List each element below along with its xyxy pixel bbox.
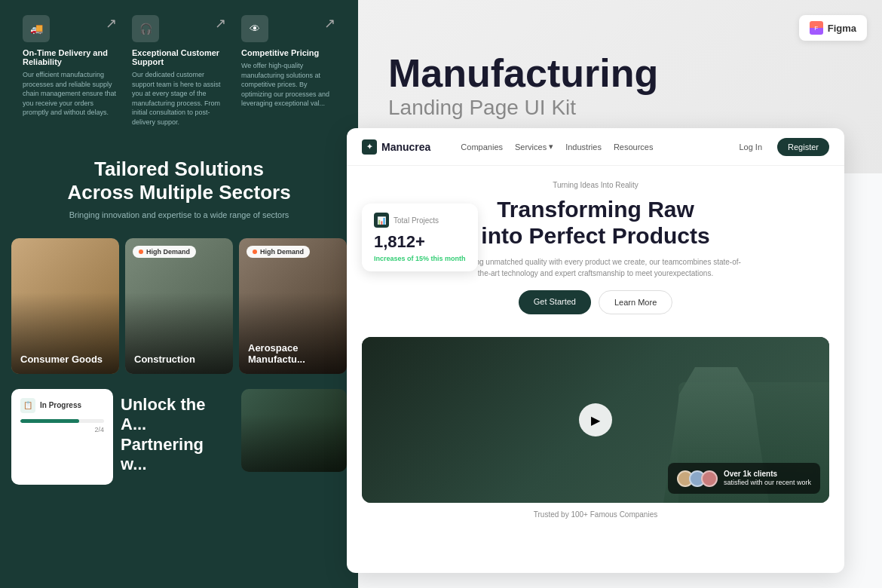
feature-desc: We offer high-quality manufacturing solu… <box>241 61 335 109</box>
right-panel: Manufacturing Landing Page UI Kit F Figm… <box>358 0 882 588</box>
sector-label: Consumer Goods <box>20 354 103 365</box>
nav-links: Companies Services ▾ Industries Resource… <box>461 142 653 152</box>
nav-industries[interactable]: Industries <box>565 142 602 152</box>
feature-title: Exceptional Customer Support <box>132 48 226 66</box>
feature-delivery: 🚚 ↗ On-Time Delivery and Reliability Our… <box>23 15 117 127</box>
feature-title: Competitive Pricing <box>241 48 335 57</box>
bottom-image <box>241 389 347 472</box>
video-section: ▶ Over 1k clients satisfied with our rec… <box>362 337 829 503</box>
trusted-text: Trusted by 100+ Famous Companies <box>534 510 657 519</box>
sectors-title: Tailored SolutionsAcross Multiple Sector… <box>23 158 335 204</box>
hero-buttons: Get Started Learn More <box>366 290 825 314</box>
bottom-heading: Unlock the A...Partnering w... <box>121 395 234 475</box>
landing-overlay: ✦ Manucrea Companies Services ▾ Industri… <box>347 128 844 573</box>
learn-more-button[interactable]: Learn More <box>599 290 672 314</box>
feature-desc: Our dedicated customer support team is h… <box>132 70 226 127</box>
hero-desc: Delivering unmatched quality with every … <box>445 256 746 279</box>
arrow-icon[interactable]: ↗ <box>106 15 117 32</box>
sector-cards: Consumer Goods High Demand Construction … <box>0 238 358 374</box>
sector-card-consumer[interactable]: Consumer Goods <box>11 238 119 374</box>
nav-resources[interactable]: Resources <box>614 142 654 152</box>
features-section: 🚚 ↗ On-Time Delivery and Reliability Our… <box>0 0 358 142</box>
get-started-button[interactable]: Get Started <box>519 290 591 314</box>
video-bg: ▶ Over 1k clients satisfied with our rec… <box>362 337 829 503</box>
play-icon: ▶ <box>591 413 600 427</box>
figma-icon: F <box>810 21 823 35</box>
stats-change: Increases of 15% this month <box>374 255 466 262</box>
sectors-section: Tailored SolutionsAcross Multiple Sector… <box>0 142 358 238</box>
bottom-left: 📋 In Progress 2/4 Unlock the A...Partner… <box>0 389 358 485</box>
stats-label: Total Projects <box>394 216 439 225</box>
trusted-section: Trusted by 100+ Famous Companies <box>347 503 844 526</box>
nav-logo[interactable]: ✦ Manucrea <box>362 139 430 155</box>
nav-companies[interactable]: Companies <box>461 142 503 152</box>
sector-card-construction[interactable]: High Demand Construction <box>125 238 233 374</box>
stats-number: 1,812+ <box>374 232 466 252</box>
clients-badge: Over 1k clients satisfied with our recen… <box>668 463 820 494</box>
sectors-subtitle: Bringing innovation and expertise to a w… <box>23 210 335 219</box>
arrow-icon[interactable]: ↗ <box>324 15 335 32</box>
progress-title: In Progress <box>40 401 81 409</box>
nav-services[interactable]: Services ▾ <box>515 142 553 152</box>
stats-icon: 📊 <box>374 213 389 228</box>
sector-card-aerospace[interactable]: High Demand Aerospace Manufactu... <box>239 238 347 374</box>
avatar <box>701 470 718 487</box>
chevron-down-icon: ▾ <box>549 142 553 152</box>
bottom-text: Unlock the A...Partnering w... <box>121 389 234 485</box>
figma-badge[interactable]: F Figma <box>799 15 867 41</box>
arrow-icon[interactable]: ↗ <box>215 15 226 32</box>
feature-desc: Our efficient manufacturing processes an… <box>23 70 117 118</box>
feature-support: 🎧 ↗ Exceptional Customer Support Our ded… <box>132 15 226 127</box>
logo-text: Manucrea <box>381 141 430 153</box>
logo-icon: ✦ <box>362 139 377 155</box>
register-button[interactable]: Register <box>777 138 829 156</box>
feature-title: On-Time Delivery and Reliability <box>23 48 117 66</box>
hero-tag: Turning Ideas Into Reality <box>366 181 825 189</box>
change-percent: 15% <box>415 255 429 262</box>
figma-label: Figma <box>828 23 856 34</box>
in-progress-card: 📋 In Progress 2/4 <box>11 389 113 485</box>
play-button[interactable]: ▶ <box>579 403 612 436</box>
left-panel: 🚚 ↗ On-Time Delivery and Reliability Our… <box>0 0 358 588</box>
kit-subtitle: Landing Page UI Kit <box>388 96 576 120</box>
main-title: Manufacturing <box>388 54 658 93</box>
high-demand-badge: High Demand <box>133 246 196 258</box>
feature-pricing: 👁 ↗ Competitive Pricing We offer high-qu… <box>241 15 335 127</box>
sector-label: Aerospace Manufactu... <box>248 342 347 365</box>
progress-bar-fill <box>20 419 79 423</box>
navbar: ✦ Manucrea Companies Services ▾ Industri… <box>347 128 844 166</box>
progress-count: 2/4 <box>20 426 104 433</box>
progress-bar-bg <box>20 419 104 423</box>
clients-text: Over 1k clients satisfied with our recen… <box>724 469 811 488</box>
progress-icon: 📋 <box>20 398 35 413</box>
login-button[interactable]: Log In <box>739 142 762 152</box>
sector-label: Construction <box>134 354 195 365</box>
stats-card: 📊 Total Projects 1,812+ Increases of 15%… <box>362 204 478 271</box>
high-demand-badge: High Demand <box>247 246 310 258</box>
client-avatars <box>677 470 718 487</box>
support-icon: 🎧 <box>132 15 159 42</box>
pricing-icon: 👁 <box>241 15 268 42</box>
delivery-icon: 🚚 <box>23 15 50 42</box>
